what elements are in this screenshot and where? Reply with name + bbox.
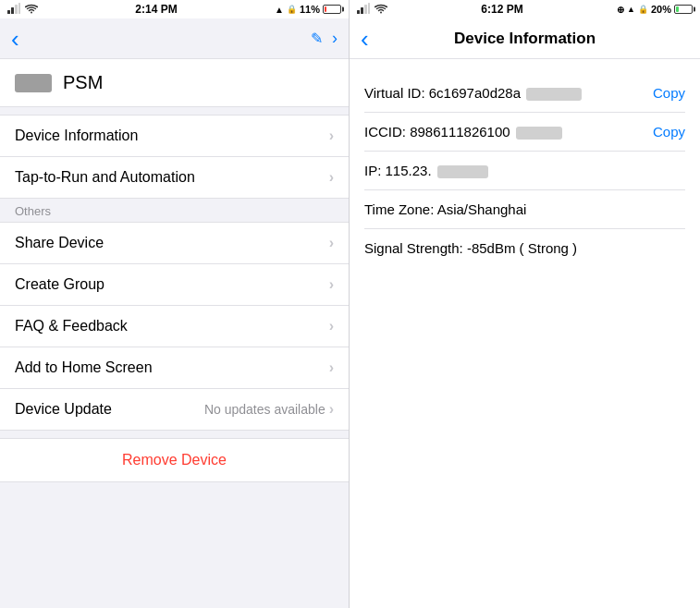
right-panel: 6:12 PM ⊕ ▲ 🔒 20% ‹ Device Information V… <box>350 0 700 608</box>
menu-item-device-update-chevron: › <box>329 401 334 418</box>
left-back-chevron: ‹ <box>11 27 19 51</box>
virtual-id-copy-button[interactable]: Copy <box>653 85 685 101</box>
menu-item-create-group-chevron: › <box>329 276 334 293</box>
menu-item-create-group[interactable]: Create Group › <box>0 264 349 306</box>
right-battery-pct: 20% <box>651 4 671 15</box>
menu-item-device-update-right: No updates available › <box>204 401 334 418</box>
info-row-signal: Signal Strength: -85dBm ( Strong ) <box>364 229 685 267</box>
menu-item-share-device[interactable]: Share Device › <box>0 223 349 264</box>
info-virtual-id-blurred <box>526 88 582 101</box>
svg-rect-0 <box>7 10 10 14</box>
others-menu-section: Share Device › Create Group › FAQ & Feed… <box>0 222 349 431</box>
menu-item-device-information[interactable]: Device Information › <box>0 116 349 157</box>
menu-item-tap-to-run-label: Tap-to-Run and Automation <box>15 169 195 186</box>
menu-item-faq[interactable]: FAQ & Feedback › <box>0 306 349 347</box>
right-circle-icon: ⊕ <box>617 5 624 15</box>
device-name: PSM <box>63 72 103 93</box>
info-iccid-prefix: 8986111826100 <box>410 124 510 140</box>
info-signal-content: Signal Strength: -85dBm ( Strong ) <box>364 240 685 256</box>
right-battery-icon <box>674 5 693 14</box>
left-lock-icon: 🔒 <box>287 5 297 14</box>
left-right-icons: ▲ 🔒 11% <box>275 4 341 15</box>
left-forward-chevron[interactable]: › <box>332 29 338 48</box>
info-row-timezone: Time Zone: Asia/Shanghai <box>364 190 685 229</box>
left-nav-actions: ✎ › <box>311 29 338 48</box>
menu-item-tap-to-run-chevron: › <box>329 169 334 186</box>
menu-item-faq-right: › <box>329 318 334 334</box>
left-back-button[interactable]: ‹ <box>11 27 19 51</box>
right-signal-icon <box>357 3 370 16</box>
info-signal-value: -85dBm ( Strong ) <box>467 240 577 256</box>
info-ip-prefix: 115.23. <box>386 163 432 178</box>
right-back-button[interactable]: ‹ <box>361 27 369 51</box>
right-battery-fill <box>676 6 679 12</box>
device-header: PSM <box>0 59 349 107</box>
right-time: 6:12 PM <box>481 3 522 16</box>
menu-item-share-device-label: Share Device <box>15 235 104 251</box>
info-ip-label: IP: <box>364 163 386 178</box>
right-signal-icons <box>357 3 387 16</box>
info-row-ip: IP: 115.23. <box>364 152 685 190</box>
info-virtual-id-prefix: 6c1697a0d28a <box>429 85 521 101</box>
info-timezone-value: Asia/Shanghai <box>437 201 527 217</box>
svg-rect-4 <box>357 10 360 14</box>
menu-item-add-home-label: Add to Home Screen <box>15 359 153 376</box>
left-nav-bar: ‹ ✎ › <box>0 18 349 59</box>
left-battery-pct: 11% <box>300 4 320 15</box>
iccid-copy-button[interactable]: Copy <box>653 124 685 140</box>
menu-item-create-group-right: › <box>329 276 334 293</box>
right-back-chevron: ‹ <box>361 27 369 51</box>
remove-section: Remove Device <box>0 438 349 482</box>
menu-item-add-home-right: › <box>329 359 334 376</box>
menu-item-device-update-label: Device Update <box>15 401 112 418</box>
remove-device-button[interactable]: Remove Device <box>0 439 349 481</box>
menu-item-device-information-label: Device Information <box>15 128 138 144</box>
menu-item-share-device-chevron: › <box>329 235 334 251</box>
menu-item-faq-chevron: › <box>329 318 334 334</box>
info-iccid-blurred <box>516 127 562 140</box>
device-icon <box>15 74 52 92</box>
right-nav-bar: ‹ Device Information <box>350 18 700 59</box>
svg-rect-7 <box>368 3 370 14</box>
info-virtual-id-label: Virtual ID: <box>364 85 429 101</box>
menu-item-add-home-chevron: › <box>329 359 334 376</box>
right-location-icon: ▲ <box>627 5 635 14</box>
menu-item-add-home[interactable]: Add to Home Screen › <box>0 347 349 389</box>
left-status-bar: 2:14 PM ▲ 🔒 11% <box>0 0 349 18</box>
menu-item-faq-label: FAQ & Feedback <box>15 318 128 334</box>
left-battery-fill <box>325 6 326 12</box>
menu-item-create-group-label: Create Group <box>15 276 104 293</box>
svg-rect-3 <box>18 3 20 14</box>
menu-item-device-update[interactable]: Device Update No updates available › <box>0 389 349 430</box>
main-menu-section: Device Information › Tap-to-Run and Auto… <box>0 115 349 199</box>
right-lock-icon: 🔒 <box>638 5 648 14</box>
left-wifi-icon <box>25 4 38 16</box>
menu-item-device-information-chevron: › <box>329 128 334 144</box>
svg-rect-5 <box>361 7 363 14</box>
others-section-header: Others <box>0 199 349 222</box>
right-wifi-icon <box>375 4 387 16</box>
info-iccid-content: ICCID: 8986111826100 <box>364 124 645 140</box>
menu-item-tap-to-run-right: › <box>329 169 334 186</box>
info-signal-label: Signal Strength: <box>364 240 467 256</box>
info-virtual-id-content: Virtual ID: 6c1697a0d28a <box>364 85 645 101</box>
right-status-bar: 6:12 PM ⊕ ▲ 🔒 20% <box>350 0 700 18</box>
info-timezone-label: Time Zone: <box>364 201 437 217</box>
info-ip-content: IP: 115.23. <box>364 163 685 178</box>
menu-item-device-information-right: › <box>329 128 334 144</box>
menu-item-tap-to-run[interactable]: Tap-to-Run and Automation › <box>0 157 349 198</box>
info-row-iccid: ICCID: 8986111826100 Copy <box>364 113 685 152</box>
left-time: 2:14 PM <box>135 3 177 16</box>
info-iccid-label: ICCID: <box>364 124 410 140</box>
info-row-virtual-id: Virtual ID: 6c1697a0d28a Copy <box>364 74 685 113</box>
right-right-icons: ⊕ ▲ 🔒 20% <box>617 4 693 15</box>
svg-rect-1 <box>11 7 14 14</box>
left-battery-icon <box>323 5 341 14</box>
svg-rect-6 <box>364 5 367 14</box>
info-ip-blurred <box>437 165 488 178</box>
svg-rect-2 <box>15 5 18 14</box>
left-signal-icons <box>7 3 38 16</box>
menu-item-device-update-note: No updates available <box>204 402 325 417</box>
left-edit-icon[interactable]: ✎ <box>311 30 323 47</box>
menu-item-share-device-right: › <box>329 235 334 251</box>
